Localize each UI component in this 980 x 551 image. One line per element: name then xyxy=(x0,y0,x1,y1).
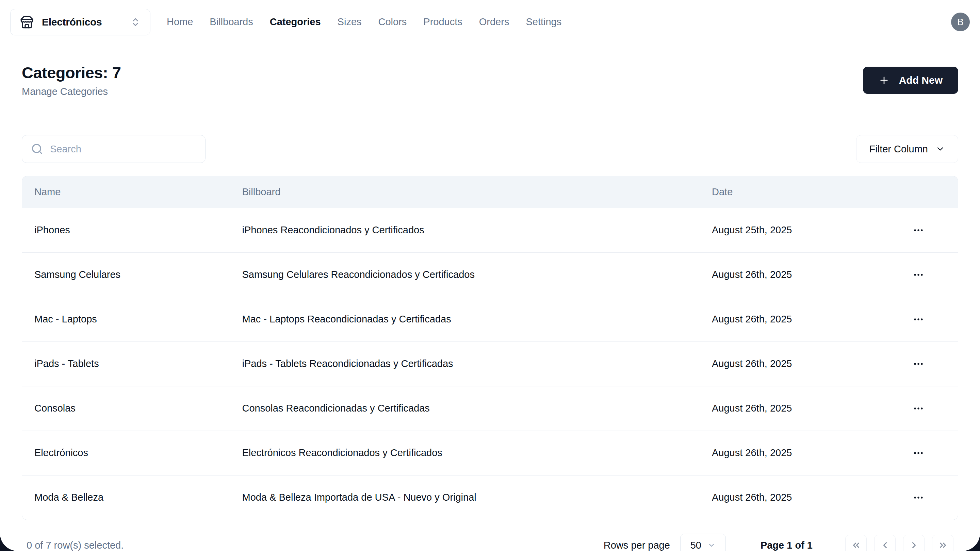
rows-per-page-select[interactable]: 50 xyxy=(680,534,726,551)
chevrons-up-down-icon xyxy=(130,17,140,27)
nav-products[interactable]: Products xyxy=(423,16,462,27)
first-page-button[interactable] xyxy=(845,535,867,551)
table-row[interactable]: Samsung Celulares Samsung Celulares Reac… xyxy=(22,252,958,297)
last-page-button[interactable] xyxy=(932,535,953,551)
cell-date: August 25th, 2025 xyxy=(700,208,879,252)
table-header-row: Name Billboard Date xyxy=(22,176,958,208)
chevron-right-icon xyxy=(909,540,919,550)
page-title: Categories: 7 xyxy=(22,63,121,82)
header-divider xyxy=(22,113,958,113)
cell-name: Mac - Laptops xyxy=(22,297,230,341)
ellipsis-icon xyxy=(913,492,924,503)
nav-orders[interactable]: Orders xyxy=(479,16,509,27)
column-header-date[interactable]: Date xyxy=(700,176,879,208)
row-actions-button[interactable] xyxy=(907,443,930,464)
main-nav: Home Billboards Categories Sizes Colors … xyxy=(167,16,562,27)
row-actions-button[interactable] xyxy=(907,309,930,330)
table-row[interactable]: iPhones iPhones Reacondicionados y Certi… xyxy=(22,208,958,252)
cell-date: August 26th, 2025 xyxy=(700,386,879,430)
cell-date: August 26th, 2025 xyxy=(700,341,879,386)
row-actions-button[interactable] xyxy=(907,487,930,508)
add-new-button[interactable]: Add New xyxy=(863,67,958,94)
plus-icon xyxy=(878,75,889,86)
cell-name: Samsung Celulares xyxy=(22,252,230,297)
store-switcher[interactable]: Electrónicos xyxy=(10,9,150,35)
selection-status: 0 of 7 row(s) selected. xyxy=(27,540,124,551)
filter-column-button[interactable]: Filter Column xyxy=(856,135,958,163)
store-icon xyxy=(20,15,34,29)
page-indicator: Page 1 of 1 xyxy=(760,540,813,551)
row-actions-button[interactable] xyxy=(907,220,930,241)
cell-billboard: Consolas Reacondicionadas y Certificadas xyxy=(230,386,700,430)
nav-colors[interactable]: Colors xyxy=(379,16,407,27)
column-header-actions xyxy=(879,176,958,208)
table-row[interactable]: Consolas Consolas Reacondicionadas y Cer… xyxy=(22,386,958,430)
table-row[interactable]: Mac - Laptops Mac - Laptops Reacondicion… xyxy=(22,297,958,341)
table-toolbar: Filter Column xyxy=(22,135,958,163)
topbar: Electrónicos Home Billboards Categories … xyxy=(0,0,980,44)
chevron-down-icon xyxy=(935,144,945,154)
cell-date: August 26th, 2025 xyxy=(700,475,879,520)
cell-date: August 26th, 2025 xyxy=(700,430,879,475)
chevrons-right-icon xyxy=(938,540,948,550)
table-row[interactable]: Moda & Belleza Moda & Belleza Importada … xyxy=(22,475,958,520)
column-header-billboard[interactable]: Billboard xyxy=(230,176,700,208)
chevrons-left-icon xyxy=(851,540,861,550)
column-header-name[interactable]: Name xyxy=(22,176,230,208)
nav-billboards[interactable]: Billboards xyxy=(210,16,253,27)
table-row[interactable]: Electrónicos Electrónicos Reacondicionad… xyxy=(22,430,958,475)
ellipsis-icon xyxy=(913,403,924,414)
search-icon xyxy=(31,143,43,155)
rows-per-page-value: 50 xyxy=(690,540,701,551)
cell-date: August 26th, 2025 xyxy=(700,252,879,297)
ellipsis-icon xyxy=(913,447,924,459)
cell-name: Electrónicos xyxy=(22,430,230,475)
cell-billboard: iPhones Reacondicionados y Certificados xyxy=(230,208,700,252)
ellipsis-icon xyxy=(913,224,924,236)
rows-per-page-label: Rows per page xyxy=(604,540,670,551)
cell-billboard: Moda & Belleza Importada de USA - Nuevo … xyxy=(230,475,700,520)
cell-name: Moda & Belleza xyxy=(22,475,230,520)
main-content: Categories: 7 Manage Categories Add New xyxy=(0,44,980,551)
cell-name: iPhones xyxy=(22,208,230,252)
table-row[interactable]: iPads - Tablets iPads - Tablets Reacondi… xyxy=(22,341,958,386)
nav-categories[interactable]: Categories xyxy=(270,16,321,27)
ellipsis-icon xyxy=(913,314,924,325)
cell-date: August 26th, 2025 xyxy=(700,297,879,341)
categories-table: Name Billboard Date iPhones iPhones Reac… xyxy=(22,176,958,520)
add-new-label: Add New xyxy=(899,75,943,86)
cell-billboard: iPads - Tablets Reacondicionadas y Certi… xyxy=(230,341,700,386)
app-window: Electrónicos Home Billboards Categories … xyxy=(0,0,980,551)
cell-billboard: Electrónicos Reacondicionados y Certific… xyxy=(230,430,700,475)
row-actions-button[interactable] xyxy=(907,353,930,375)
ellipsis-icon xyxy=(913,269,924,281)
chevron-down-icon xyxy=(708,541,716,549)
page-header: Categories: 7 Manage Categories Add New xyxy=(22,63,958,97)
next-page-button[interactable] xyxy=(903,535,924,551)
table-footer: 0 of 7 row(s) selected. Rows per page 50… xyxy=(22,520,958,551)
filter-column-label: Filter Column xyxy=(869,143,928,155)
chevron-left-icon xyxy=(880,540,890,550)
nav-home[interactable]: Home xyxy=(167,16,193,27)
cell-name: Consolas xyxy=(22,386,230,430)
nav-settings[interactable]: Settings xyxy=(526,16,562,27)
ellipsis-icon xyxy=(913,358,924,370)
row-actions-button[interactable] xyxy=(907,398,930,419)
previous-page-button[interactable] xyxy=(874,535,896,551)
cell-name: iPads - Tablets xyxy=(22,341,230,386)
user-avatar[interactable]: B xyxy=(951,13,970,31)
cell-billboard: Samsung Celulares Reacondicionados y Cer… xyxy=(230,252,700,297)
store-name: Electrónicos xyxy=(42,16,102,28)
pagination xyxy=(845,535,953,551)
nav-sizes[interactable]: Sizes xyxy=(337,16,362,27)
search-box xyxy=(22,135,205,163)
cell-billboard: Mac - Laptops Reacondicionadas y Certifi… xyxy=(230,297,700,341)
row-actions-button[interactable] xyxy=(907,264,930,285)
page-subtitle: Manage Categories xyxy=(22,86,121,97)
search-input[interactable] xyxy=(50,143,196,155)
